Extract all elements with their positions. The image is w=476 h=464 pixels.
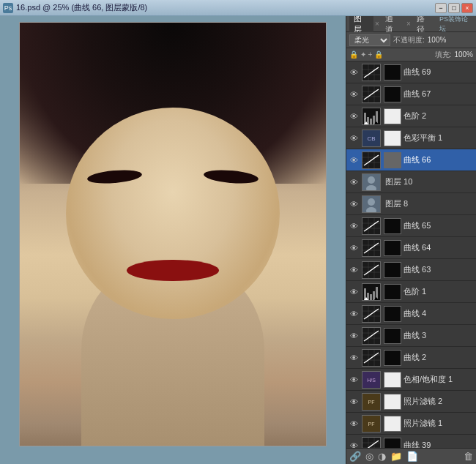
layer-thumbnail <box>362 64 381 81</box>
window-controls[interactable]: − □ × <box>435 3 473 13</box>
minimize-button[interactable]: − <box>435 3 447 13</box>
layer-row[interactable]: 👁曲线 39 <box>346 435 476 448</box>
layer-name: 曲线 63 <box>401 264 475 275</box>
link-layers-button[interactable]: 🔗 <box>349 451 361 462</box>
svg-text:PF: PF <box>368 422 375 427</box>
layer-row[interactable]: 👁CB色彩平衡 1 <box>346 127 476 149</box>
layer-visibility-toggle[interactable]: 👁 <box>348 397 360 406</box>
layer-visibility-toggle[interactable]: 👁 <box>348 375 360 384</box>
blend-mode-select[interactable]: 柔光 正常 正片叠底 滤色 <box>349 34 390 46</box>
portrait-face <box>66 108 280 319</box>
window-title: 16.psd @ 25% (曲线 66, 图层蒙版/8) <box>16 2 147 13</box>
layer-thumbnail <box>362 305 381 323</box>
layer-thumbnail <box>362 86 381 103</box>
layer-visibility-toggle[interactable]: 👁 <box>348 332 360 340</box>
layer-thumbnail <box>362 327 381 345</box>
svg-text:CB: CB <box>367 135 375 142</box>
layer-visibility-toggle[interactable]: 👁 <box>348 266 360 274</box>
layer-row[interactable]: 👁曲线 67 <box>346 83 476 105</box>
layer-thumbnail <box>362 283 381 301</box>
svg-rect-14 <box>373 116 375 124</box>
title-bar-left: Ps 16.psd @ 25% (曲线 66, 图层蒙版/8) <box>3 2 147 13</box>
layer-row[interactable]: 👁PF照片滤镜 2 <box>346 391 476 413</box>
layer-visibility-toggle[interactable]: 👁 <box>348 134 360 143</box>
layer-row[interactable]: 👁曲线 2 <box>346 347 476 369</box>
layer-row[interactable]: 👁曲线 65 <box>346 215 476 237</box>
fill-label: 填充: <box>435 50 452 60</box>
layer-row[interactable]: 👁曲线 66 <box>346 149 476 171</box>
layer-visibility-toggle[interactable]: 👁 <box>348 441 360 449</box>
layer-visibility-toggle[interactable]: 👁 <box>348 178 360 187</box>
layer-visibility-toggle[interactable]: 👁 <box>348 112 360 121</box>
layer-row[interactable]: 👁曲线 4 <box>346 303 476 325</box>
canvas-container <box>19 22 327 446</box>
layer-name: 色彩平衡 1 <box>401 132 475 143</box>
app-icon: Ps <box>3 3 13 13</box>
layer-name: 曲线 66 <box>401 154 475 165</box>
layer-visibility-toggle[interactable]: 👁 <box>348 156 360 165</box>
layers-list[interactable]: 👁曲线 69👁曲线 67👁色阶 2👁CB色彩平衡 1👁曲线 66👁图层 10👁图… <box>346 61 476 448</box>
layer-visibility-toggle[interactable]: 👁 <box>348 310 360 318</box>
layer-visibility-toggle[interactable]: 👁 <box>348 222 360 231</box>
opacity-label: 不透明度: <box>393 35 425 45</box>
layer-thumbnail <box>362 108 381 125</box>
layer-row[interactable]: 👁曲线 69 <box>346 61 476 83</box>
layer-visibility-toggle[interactable]: 👁 <box>348 288 360 296</box>
close-button[interactable]: × <box>461 3 473 13</box>
layer-thumbnail: PF <box>362 415 381 433</box>
watermark: PS装饰论坛 <box>439 16 473 34</box>
svg-rect-50 <box>373 291 375 300</box>
layer-thumbnail <box>362 151 381 169</box>
layer-name: 曲线 3 <box>401 330 475 341</box>
layer-row[interactable]: 👁曲线 63 <box>346 259 476 281</box>
layer-visibility-toggle[interactable]: 👁 <box>348 200 360 209</box>
layer-name: 曲线 39 <box>401 440 475 448</box>
layer-thumbnail: PF <box>362 393 381 411</box>
layer-visibility-toggle[interactable]: 👁 <box>348 419 360 428</box>
layer-name: 照片滤镜 1 <box>401 418 475 429</box>
layer-thumbnail <box>362 217 381 235</box>
canvas-area[interactable] <box>0 16 346 464</box>
layer-row[interactable]: 👁PF照片滤镜 1 <box>346 413 476 435</box>
svg-text:PF: PF <box>368 400 375 405</box>
panel-fill-row: 🔒 ✦ + 🔒 填充: 100% <box>346 48 476 61</box>
new-adjustment-button[interactable]: ◑ <box>378 451 386 462</box>
svg-rect-13 <box>370 119 372 124</box>
panel-bottom-toolbar[interactable]: 🔗 ◎ ◑ 📁 📄 🗑 <box>346 448 476 464</box>
svg-point-29 <box>368 198 375 206</box>
layer-thumbnail <box>362 349 381 367</box>
layer-thumbnail <box>362 173 381 191</box>
lips <box>127 260 218 281</box>
layer-visibility-toggle[interactable]: 👁 <box>348 90 360 99</box>
layer-name: 图层 10 <box>383 176 475 187</box>
layer-row[interactable]: 👁图层 8 <box>346 193 476 215</box>
layer-name: 色相/饱和度 1 <box>401 374 475 385</box>
canvas-image <box>20 23 326 446</box>
new-layer-button[interactable]: 📄 <box>406 451 418 462</box>
layer-visibility-toggle[interactable]: 👁 <box>348 353 360 362</box>
new-group-button[interactable]: 📁 <box>390 451 402 462</box>
layer-name: 曲线 2 <box>401 352 475 363</box>
layer-name: 曲线 64 <box>401 242 475 253</box>
layer-row[interactable]: 👁图层 10 <box>346 171 476 193</box>
maximize-button[interactable]: □ <box>448 3 460 13</box>
layer-thumbnail <box>362 437 381 449</box>
opacity-value: 100% <box>428 36 447 44</box>
panel-tabs[interactable]: 图层 × 通道 × 路径 PS装饰论坛 <box>346 16 476 32</box>
layer-row[interactable]: 👁曲线 64 <box>346 237 476 259</box>
layer-thumbnail: CB <box>362 130 381 147</box>
layer-row[interactable]: 👁色阶 2 <box>346 105 476 127</box>
layer-thumbnail <box>362 195 381 213</box>
delete-layer-button[interactable]: 🗑 <box>464 451 473 462</box>
layer-visibility-toggle[interactable]: 👁 <box>348 68 360 77</box>
fill-value: 100% <box>454 50 473 59</box>
layer-name: 色阶 1 <box>401 286 475 297</box>
layer-visibility-toggle[interactable]: 👁 <box>348 244 360 252</box>
add-mask-button[interactable]: ◎ <box>365 451 373 462</box>
layer-name: 曲线 65 <box>401 220 475 231</box>
layer-row[interactable]: 👁曲线 3 <box>346 325 476 347</box>
layer-row[interactable]: 👁色阶 1 <box>346 281 476 303</box>
layer-name: 曲线 69 <box>401 67 475 78</box>
panel-blend-toolbar[interactable]: 柔光 正常 正片叠底 滤色 不透明度: 100% <box>346 32 476 48</box>
layer-row[interactable]: 👁H/S色相/饱和度 1 <box>346 369 476 391</box>
